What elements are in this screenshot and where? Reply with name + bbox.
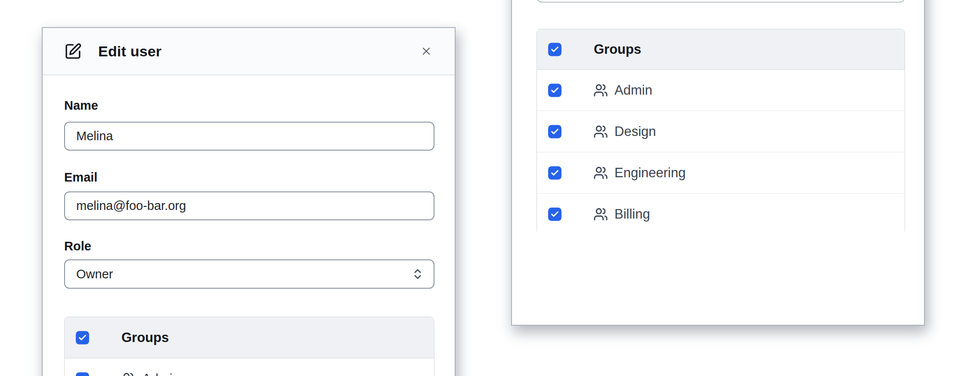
- groups-table-header: Groups: [537, 29, 905, 70]
- dialog-header: Edit user: [43, 28, 455, 75]
- groups-select-all-checkbox[interactable]: [548, 43, 561, 56]
- check-icon: [550, 210, 559, 219]
- groups-table: Groups Admin: [64, 317, 434, 376]
- role-select-value: Owner: [76, 267, 113, 281]
- check-icon: [550, 45, 559, 54]
- users-icon: [593, 83, 608, 98]
- x-icon: [420, 45, 432, 57]
- email-label: Email: [64, 170, 97, 185]
- group-row-billing: Billing: [537, 194, 905, 235]
- page-background: Edit user Name Email Role Owner: [0, 0, 980, 376]
- groups-select-all-checkbox[interactable]: [76, 331, 89, 344]
- check-icon: [78, 375, 87, 376]
- role-select[interactable]: Owner: [64, 259, 434, 289]
- group-row-admin: Admin: [65, 358, 434, 376]
- close-button[interactable]: [418, 43, 435, 60]
- group-row-label: Admin: [142, 371, 180, 376]
- edit-icon: [64, 43, 82, 60]
- group-design-checkbox[interactable]: [548, 125, 561, 138]
- check-icon: [550, 168, 559, 177]
- dialog-title: Edit user: [98, 43, 161, 60]
- users-icon: [593, 166, 608, 180]
- groups-header-label: Groups: [121, 330, 169, 345]
- users-icon: [593, 207, 608, 222]
- users-icon: [593, 124, 608, 139]
- group-admin-checkbox[interactable]: [76, 373, 89, 376]
- group-row-label: Design: [614, 124, 656, 139]
- name-label: Name: [64, 99, 98, 113]
- groups-table: Groups Admin: [537, 29, 905, 234]
- group-billing-checkbox[interactable]: [548, 208, 561, 221]
- check-icon: [550, 127, 559, 136]
- group-row-admin: Admin: [537, 70, 905, 111]
- group-engineering-checkbox[interactable]: [548, 166, 561, 179]
- group-row-design: Design: [537, 111, 905, 152]
- chevrons-up-down-icon: [411, 268, 424, 280]
- edit-user-dialog-scrolled: Groups Admin: [511, 0, 925, 326]
- group-row-label: Billing: [614, 206, 650, 222]
- role-select-partial[interactable]: [537, 0, 905, 3]
- group-row-label: Admin: [614, 83, 652, 98]
- edit-user-dialog: Edit user Name Email Role Owner: [42, 27, 456, 376]
- check-icon: [78, 333, 87, 342]
- role-label: Role: [64, 239, 91, 253]
- email-input[interactable]: [64, 191, 434, 220]
- groups-header-label: Groups: [594, 42, 641, 57]
- group-admin-checkbox[interactable]: [548, 83, 561, 97]
- groups-table-header: Groups: [65, 317, 434, 358]
- users-icon: [121, 372, 136, 376]
- group-row-label: Engineering: [614, 165, 685, 181]
- name-input[interactable]: [64, 122, 434, 151]
- check-icon: [550, 86, 559, 95]
- group-row-engineering: Engineering: [537, 152, 905, 194]
